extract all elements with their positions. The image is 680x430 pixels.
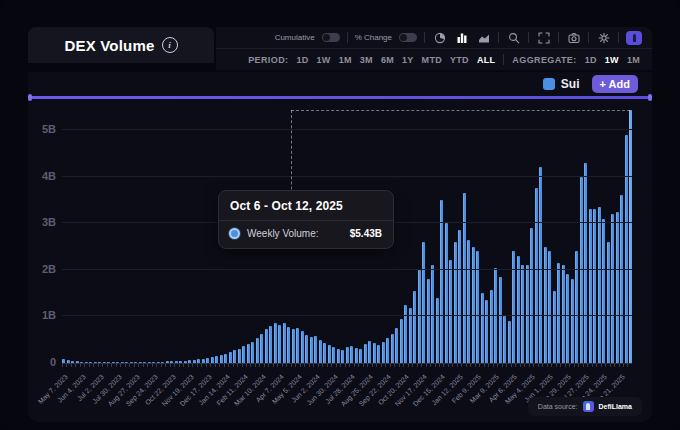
volume-bar[interactable] [71,361,74,363]
legend-item-sui[interactable]: Sui [543,77,580,91]
period-option-1d[interactable]: 1D [296,55,308,65]
volume-bar[interactable] [382,342,385,363]
volume-bar[interactable] [197,359,200,363]
volume-bar[interactable] [238,349,241,363]
defillama-llama-icon[interactable] [626,31,642,45]
period-option-1y[interactable]: 1Y [402,55,414,65]
volume-bar[interactable] [503,316,506,363]
volume-bar[interactable] [202,359,205,363]
volume-bar[interactable] [206,358,209,363]
volume-bar[interactable] [220,355,223,363]
volume-bar[interactable] [292,329,295,363]
period-option-ytd[interactable]: YTD [450,55,469,65]
volume-bar[interactable] [170,361,173,363]
volume-bar[interactable] [521,265,524,363]
aggregate-option-1w[interactable]: 1W [605,55,619,65]
volume-bar[interactable] [413,291,416,363]
data-zoom-slider[interactable] [29,96,651,99]
volume-bar[interactable] [251,342,254,363]
volume-bar[interactable] [593,209,596,363]
volume-bar[interactable] [530,228,533,363]
volume-bar[interactable] [274,323,277,363]
volume-bar[interactable] [472,247,475,364]
volume-bar[interactable] [467,240,470,363]
bar-chart-icon[interactable] [454,30,469,45]
volume-bar[interactable] [431,265,434,363]
aggregate-option-1d[interactable]: 1D [585,55,597,65]
volume-bar[interactable] [314,336,317,363]
volume-bar[interactable] [481,293,484,363]
period-option-6m[interactable]: 6M [381,55,394,65]
volume-bar[interactable] [526,265,529,363]
volume-bar[interactable] [112,362,115,364]
volume-bar[interactable] [364,344,367,363]
volume-bar[interactable] [418,270,421,363]
volume-bar[interactable] [395,328,398,363]
aggregate-option-1m[interactable]: 1M [627,55,640,65]
volume-bar[interactable] [229,352,232,363]
volume-bar[interactable] [449,260,452,363]
volume-bar[interactable] [404,305,407,363]
volume-bar[interactable] [121,362,124,364]
volume-bar[interactable] [463,193,466,363]
volume-bar[interactable] [422,242,425,363]
volume-bar[interactable] [355,348,358,363]
area-chart-icon[interactable] [476,30,491,45]
volume-bar[interactable] [157,362,160,364]
volume-bar[interactable] [562,265,565,363]
volume-bar[interactable] [247,344,250,363]
volume-bar[interactable] [179,361,182,363]
volume-bar[interactable] [571,279,574,363]
volume-bar[interactable] [611,214,614,363]
volume-bar[interactable] [62,359,65,363]
volume-bar[interactable] [566,274,569,363]
volume-bar[interactable] [107,362,110,364]
volume-bar[interactable] [440,200,443,363]
volume-bar[interactable] [584,163,587,363]
volume-bar[interactable] [301,331,304,363]
search-icon[interactable] [506,30,521,45]
volume-bar[interactable] [517,256,520,363]
pct-change-toggle[interactable] [399,33,417,42]
volume-bar[interactable] [161,362,164,364]
volume-bar[interactable] [130,362,133,364]
volume-bar[interactable] [94,362,97,364]
volume-bar[interactable] [310,337,313,363]
volume-bar[interactable] [256,338,259,363]
volume-bar[interactable] [139,362,142,364]
volume-bar[interactable] [67,360,70,363]
volume-bar[interactable] [224,354,227,363]
volume-bar[interactable] [377,345,380,363]
volume-bar[interactable] [98,362,101,364]
period-option-mtd[interactable]: MTD [422,55,442,65]
volume-bar[interactable] [211,357,214,363]
volume-bar[interactable] [76,361,79,363]
volume-bar[interactable] [490,290,493,363]
volume-bar[interactable] [589,209,592,363]
volume-bar[interactable] [458,230,461,363]
volume-bar[interactable] [544,247,547,364]
pie-chart-icon[interactable] [432,30,447,45]
volume-bar[interactable] [400,319,403,363]
info-icon[interactable]: i [162,37,178,53]
volume-bar[interactable] [260,334,263,363]
volume-bar[interactable] [85,362,88,364]
volume-bar[interactable] [296,328,299,363]
volume-bar[interactable] [332,347,335,363]
cumulative-toggle[interactable] [322,33,340,42]
volume-bar[interactable] [337,349,340,363]
volume-bar[interactable] [328,345,331,363]
volume-bar[interactable] [359,349,362,363]
volume-bar[interactable] [553,291,556,363]
volume-bar[interactable] [278,325,281,363]
volume-bar[interactable] [454,242,457,363]
volume-bar[interactable] [598,207,601,363]
volume-bar[interactable] [368,341,371,363]
volume-bar[interactable] [125,362,128,364]
volume-bar[interactable] [134,362,137,364]
volume-bar[interactable] [625,135,628,363]
volume-bar[interactable] [485,300,488,363]
volume-bar[interactable] [184,361,187,363]
volume-bar[interactable] [557,263,560,363]
period-option-all[interactable]: ALL [477,55,495,65]
